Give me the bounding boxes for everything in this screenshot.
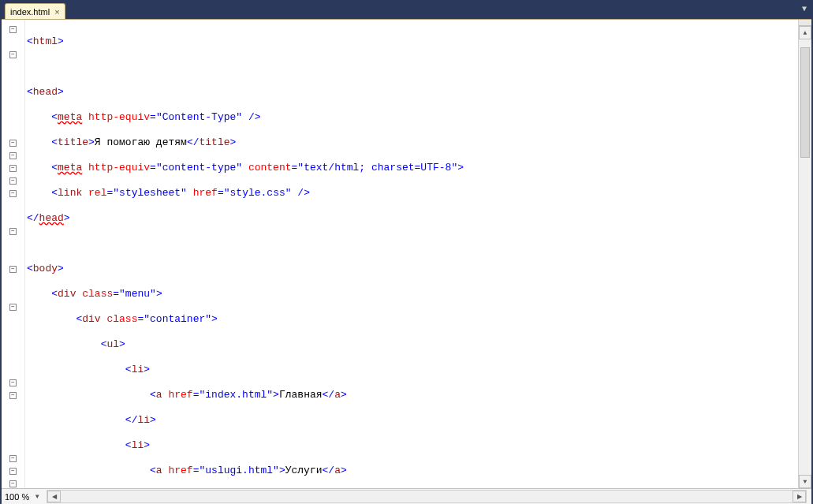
scroll-right-icon[interactable]: ▶ [792,491,806,502]
fold-toggle[interactable]: − [9,455,17,462]
close-icon[interactable]: × [54,7,59,17]
tab-index-html[interactable]: index.html × [5,3,65,19]
fold-toggle[interactable]: − [9,177,17,185]
fold-toggle[interactable]: − [9,379,17,386]
code-editor[interactable]: <html> <head> <meta http-equiv="Content-… [25,20,811,488]
fold-toggle[interactable]: − [9,51,17,58]
split-handle[interactable] [799,20,811,26]
fold-toggle[interactable]: − [9,26,17,33]
horizontal-scrollbar[interactable]: ◀ ▶ [47,490,807,503]
status-bar: 100 % ▼ ◀ ▶ [2,488,811,504]
fold-toggle[interactable]: − [9,480,17,487]
zoom-level: 100 % [5,492,29,502]
fold-toggle[interactable]: − [9,468,17,475]
fold-toggle[interactable]: − [9,152,17,159]
fold-toggle[interactable]: − [9,165,17,172]
vertical-scrollbar[interactable]: ▲ ▼ [798,20,811,488]
fold-gutter: − − − − − − − − − [2,20,25,488]
editor-window: index.html × ▼ − − − − − − − [0,0,813,504]
editor-area: − − − − − − − − − [2,19,811,488]
tab-dropdown-icon[interactable]: ▼ [802,5,807,13]
fold-toggle[interactable]: − [9,266,17,273]
scroll-left-icon[interactable]: ◀ [47,491,61,502]
fold-toggle[interactable]: − [9,190,17,197]
fold-toggle[interactable]: − [9,392,17,399]
zoom-dropdown-icon[interactable]: ▼ [34,493,40,500]
tab-label: index.html [10,7,50,17]
fold-toggle[interactable]: − [9,304,17,311]
fold-toggle[interactable]: − [9,228,17,235]
scroll-down-icon[interactable]: ▼ [799,475,811,488]
scroll-thumb[interactable] [800,47,810,158]
fold-toggle[interactable]: − [9,140,17,147]
tab-bar: index.html × ▼ [2,2,811,19]
scroll-up-icon[interactable]: ▲ [799,26,811,39]
